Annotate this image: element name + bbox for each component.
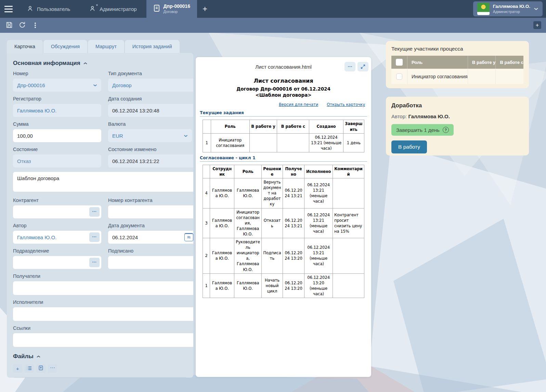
- tab-subtitle: Договор: [164, 10, 190, 14]
- save-icon: [5, 21, 13, 30]
- registrator-value: Галлямова Ю.О.: [13, 104, 101, 117]
- participant-role: Инициатор согласования: [407, 69, 468, 84]
- files-section-title: Файлы: [13, 353, 34, 360]
- tab-document-dpr-000016[interactable]: Дпр-000016 Договор: [146, 0, 197, 18]
- kontragent-picker-button[interactable]: ⋯: [89, 207, 100, 217]
- field-data-sozdaniya: Дата создания 06.12.2024 13:20:48: [108, 96, 193, 117]
- chevron-down-icon[interactable]: [89, 79, 101, 92]
- table-row: 1 Галлямова Ю.О. Галлямова Ю.О. Начать н…: [203, 273, 364, 298]
- collapse-section-icon[interactable]: [83, 60, 88, 67]
- upload-file-button[interactable]: [36, 364, 46, 373]
- upload-icon: [39, 365, 43, 371]
- nomer-kontragenta-input[interactable]: [108, 205, 193, 218]
- open-card-link[interactable]: Открыть карточку: [327, 102, 365, 107]
- menu-icon[interactable]: [0, 0, 17, 18]
- field-podrazdelenie: Подразделение ⋯: [13, 248, 101, 269]
- nav-item-label: Администратор: [100, 6, 136, 12]
- user-icon: [27, 5, 34, 13]
- field-ssylki: Ссылки ⋯: [13, 325, 193, 347]
- ssylki-input[interactable]: [13, 333, 193, 347]
- nomer-select[interactable]: Дпр-000016: [13, 79, 101, 92]
- author-name: Галлямова Ю.О.: [408, 113, 450, 119]
- print-version-link[interactable]: Версия для печати: [279, 102, 318, 107]
- field-sostoyanie: Состояние Отказ: [13, 147, 101, 167]
- document-card-panel: Карточка Обсуждения Маршрут История зада…: [7, 40, 193, 378]
- field-poluchateli: Получатели ⋯: [13, 273, 193, 295]
- doc-subtitle2: <Шаблон договора>: [200, 92, 367, 98]
- preview-more-button[interactable]: ⋯: [344, 62, 355, 71]
- save-button[interactable]: [3, 19, 16, 31]
- refresh-button[interactable]: [16, 19, 29, 31]
- nav-item-user[interactable]: Пользователь: [17, 0, 80, 18]
- podpisano-input[interactable]: [108, 256, 193, 269]
- field-nomer-kontragenta: Номер контрагента: [108, 198, 193, 218]
- calendar-icon[interactable]: 31: [184, 233, 193, 241]
- data-sozdaniya-value: 06.12.2024 13:20:48: [108, 104, 193, 117]
- preview-title: Лист согласования.html: [198, 64, 342, 70]
- poluchateli-input[interactable]: [13, 281, 193, 295]
- field-podpisano: Подписано ⋯: [108, 248, 193, 269]
- avtor-picker-button[interactable]: ⋯: [89, 232, 100, 242]
- data-dokumenta-input[interactable]: [108, 231, 184, 244]
- table-row: 2 Галлямова Ю.О. Руководитель инициатора…: [203, 238, 364, 274]
- take-to-work-button[interactable]: В работу: [391, 140, 427, 153]
- file-list-button[interactable]: [25, 364, 34, 373]
- field-tip-dokumenta: Тип документа Договор: [108, 71, 193, 92]
- field-naimenovanie: Шаблон договора: [13, 172, 193, 193]
- approval-sheet-document: Лист согласования Договор Дпр-000016 от …: [198, 73, 368, 298]
- field-valyuta: Валюта EUR ⋯: [108, 121, 193, 142]
- podrazdelenie-picker-button[interactable]: ⋯: [89, 258, 100, 267]
- complete-task-button[interactable]: Завершить 1 день ?: [391, 124, 454, 136]
- rework-title: Доработка: [391, 102, 523, 109]
- participants-title: Текущие участники процесса: [391, 46, 523, 52]
- new-tab-button[interactable]: +: [197, 0, 213, 18]
- kebab-icon: [35, 22, 36, 29]
- ispolniteli-input[interactable]: [13, 307, 193, 321]
- table-row: 4 Галлямова Ю.О. Галлямова Ю.О. Вернуть …: [203, 178, 364, 208]
- tab-obsuzhdeniya[interactable]: Обсуждения: [43, 40, 87, 53]
- document-toolbar: +: [0, 18, 546, 33]
- summa-input[interactable]: [13, 129, 101, 142]
- field-sostoyanie-izmeneno: Состояние изменено 06.12.2024 13:21:22: [108, 147, 193, 167]
- field-kontragent: Контрагент ⋯: [13, 198, 101, 218]
- tab-marshrut[interactable]: Маршрут: [88, 40, 124, 53]
- chevron-down-icon: [534, 6, 538, 12]
- current-participants-card: Текущие участники процесса Роль В работе…: [386, 41, 529, 88]
- field-ispolniteli: Исполнители ⋯: [13, 299, 193, 321]
- card-tabs: Карточка Обсуждения Маршрут История зада…: [7, 40, 193, 53]
- collapse-files-icon[interactable]: [36, 353, 41, 360]
- field-summa: Сумма: [13, 121, 101, 142]
- chevron-down-icon[interactable]: [180, 129, 192, 142]
- user-role: Администратор: [493, 10, 530, 14]
- current-tasks-section-title: Текущие задания: [200, 110, 367, 117]
- nav-item-admin[interactable]: * Администратор: [80, 0, 146, 18]
- doc-links: Версия для печати Открыть карточку: [200, 101, 365, 107]
- add-file-button[interactable]: +: [13, 364, 22, 373]
- field-nomer: Номер Дпр-000016: [13, 71, 101, 92]
- list-icon: [27, 366, 32, 371]
- kontragent-input[interactable]: [13, 205, 89, 218]
- files-toolbar: + ⋯: [13, 364, 187, 373]
- approval-cycle-table: Сотрудник Роль Решение Получено Исполнен…: [203, 165, 364, 298]
- document-icon: [153, 4, 160, 14]
- row-checkbox[interactable]: [396, 73, 402, 80]
- more-actions-button[interactable]: [29, 19, 42, 31]
- topbar: Пользователь * Администратор Дпр-000016 …: [0, 0, 546, 18]
- tab-kartochka[interactable]: Карточка: [7, 40, 43, 53]
- select-all-checkbox[interactable]: [396, 59, 403, 66]
- file-preview-panel: Лист согласования.html ⋯ Лист согласован…: [196, 57, 371, 377]
- valyuta-select[interactable]: EUR: [108, 129, 192, 142]
- help-icon[interactable]: ?: [443, 127, 449, 133]
- tab-istoriya-zadaniy[interactable]: История заданий: [125, 40, 180, 53]
- podrazdelenie-input[interactable]: [13, 256, 89, 269]
- add-widget-button[interactable]: +: [533, 21, 541, 29]
- tip-dokumenta-value: Договор: [108, 79, 193, 92]
- field-data-dokumenta: Дата документа 31 ×: [108, 223, 193, 244]
- section-title: Основная информация: [13, 60, 80, 67]
- naimenovanie-textarea[interactable]: Шаблон договора: [13, 172, 193, 192]
- files-list: Лист согласования.html Contract.docx: [13, 377, 187, 378]
- expand-icon[interactable]: [358, 62, 368, 71]
- user-menu[interactable]: Галлямова Ю.О. Администратор: [473, 1, 543, 16]
- card-form: Основная информация Номер Дпр-000016: [7, 53, 193, 378]
- files-more-button[interactable]: ⋯: [48, 364, 57, 373]
